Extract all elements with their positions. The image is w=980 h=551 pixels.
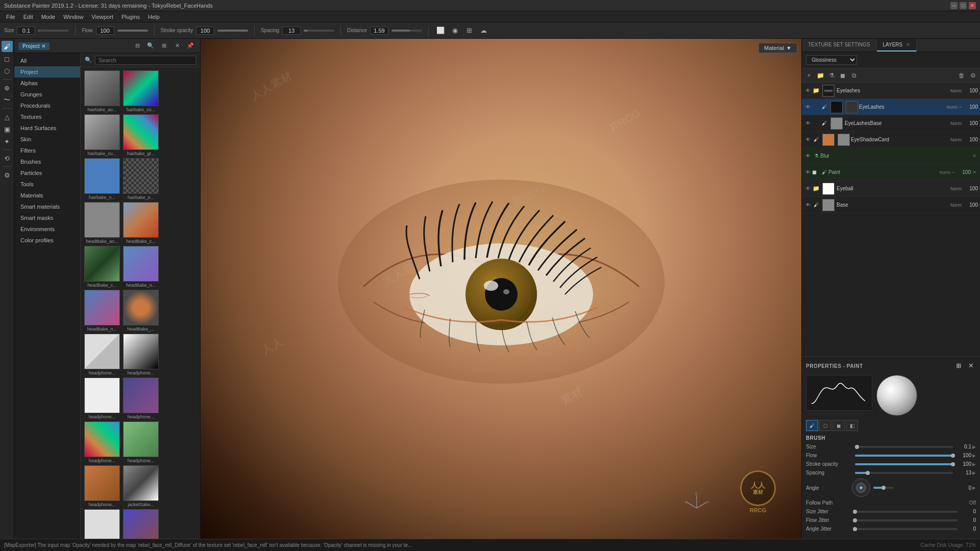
shelf-nav-all[interactable]: All	[14, 55, 80, 66]
material-selector[interactable]: Material ▼	[758, 43, 797, 53]
layer-eyelashes-folder[interactable]: 👁 📁 Eyelashes Norm 100	[802, 83, 980, 99]
list-item[interactable]: hairbake_n...	[122, 158, 159, 200]
clone-tool[interactable]: ⊕	[2, 82, 13, 93]
angle-slider[interactable]	[873, 487, 894, 489]
layer-visibility-toggle[interactable]: 👁	[804, 168, 812, 177]
distance-slider[interactable]	[391, 30, 422, 32]
list-item[interactable]: headphone...	[84, 378, 120, 419]
angle-control-area[interactable]	[852, 479, 956, 497]
menu-window[interactable]: Window	[59, 13, 87, 21]
shelf-nav-color-profiles[interactable]: Color profiles	[14, 235, 80, 246]
list-item[interactable]: headBake_n...	[84, 290, 120, 332]
brush-angle-arrow[interactable]: ▶	[972, 485, 976, 490]
list-item[interactable]: jacketSake...	[84, 509, 120, 539]
brush-spacing-slider[interactable]	[855, 472, 953, 474]
fill-tool[interactable]: ▣	[2, 123, 13, 135]
brush-angle-jitter-slider[interactable]	[855, 528, 958, 530]
list-item[interactable]: hairbake_co...	[122, 70, 159, 112]
layer-delete-button[interactable]: ✕	[971, 169, 978, 176]
menu-plugins[interactable]: Plugins	[117, 13, 144, 21]
list-item[interactable]: headphone...	[84, 334, 120, 375]
brush-size-arrow[interactable]: ▶	[972, 444, 976, 449]
brush-flow-jitter-slider[interactable]	[855, 519, 958, 521]
list-item[interactable]: jacketSake...	[122, 465, 159, 507]
brush-size-jitter-slider[interactable]	[855, 511, 958, 513]
shelf-nav-filters[interactable]: Filters	[14, 145, 80, 156]
add-paint-layer-button[interactable]: +	[804, 70, 814, 81]
follow-path-value[interactable]: Off	[969, 500, 976, 506]
shelf-nav-skin[interactable]: Skin	[14, 134, 80, 145]
geometry-tool[interactable]: △	[2, 111, 13, 122]
list-item[interactable]: hairbake_n...	[84, 158, 120, 200]
menu-file[interactable]: File	[2, 13, 19, 21]
properties-expand-button[interactable]: ⊞	[953, 361, 964, 371]
layer-visibility-toggle[interactable]: 👁	[804, 152, 812, 160]
minimize-button[interactable]: ─	[950, 2, 958, 9]
add-folder-button[interactable]: 📁	[815, 70, 825, 81]
brush-flow-slider[interactable]	[855, 455, 953, 457]
maximize-button[interactable]: □	[960, 2, 967, 9]
shelf-filter-button[interactable]: ⊟	[132, 40, 143, 52]
layer-paint-effect[interactable]: 👁 ◼ 🖌 Paint Norm ~ 100 ✕	[802, 164, 980, 181]
menu-edit[interactable]: Edit	[19, 13, 37, 21]
stroke-opacity-slider[interactable]	[217, 30, 248, 32]
shelf-nav-smart-materials[interactable]: Smart materials	[14, 201, 80, 212]
layer-eyeshadow-card[interactable]: 👁 🖌 EyeShadowCard Norm 100	[802, 132, 980, 148]
list-item[interactable]: hairbake_cu...	[84, 114, 120, 156]
menu-viewport[interactable]: Viewport	[87, 13, 117, 21]
view-3d-button[interactable]: ◉	[449, 25, 460, 36]
paint-tool[interactable]: 🖌	[2, 41, 13, 52]
shelf-nav-procedurals[interactable]: Procedurals	[14, 100, 80, 111]
add-filter-button[interactable]: ⚗	[826, 70, 837, 81]
layer-eyeball-folder[interactable]: 👁 📁 Eyeball Norm 100	[802, 181, 980, 197]
add-fill-layer-button[interactable]: ◼	[838, 70, 848, 81]
layer-settings-button[interactable]: ⚙	[968, 70, 978, 81]
list-item[interactable]: hairbake_gr...	[122, 114, 159, 156]
brush-stroke-opacity-arrow[interactable]: ▶	[972, 462, 976, 467]
color-picker[interactable]: ✦	[2, 136, 13, 147]
layer-blur-effect[interactable]: 👁 ⚗ Blur ✕	[802, 148, 980, 164]
view-2d-button[interactable]: ⬜	[435, 25, 446, 36]
layer-visibility-toggle[interactable]: 👁	[804, 103, 812, 111]
props-tab-effects[interactable]: ◧	[846, 420, 858, 431]
menu-mode[interactable]: Mode	[37, 13, 60, 21]
shelf-nav-textures[interactable]: Textures	[14, 111, 80, 122]
spacing-value[interactable]: 13	[282, 27, 301, 35]
search-input[interactable]	[95, 56, 196, 65]
shelf-close-button[interactable]: ✕	[172, 40, 183, 52]
layer-visibility-toggle[interactable]: 👁	[804, 201, 812, 209]
duplicate-layer-button[interactable]: ⧉	[849, 70, 859, 81]
layers-tab-close[interactable]: ✕	[906, 42, 910, 47]
properties-close-button[interactable]: ✕	[966, 361, 976, 371]
list-item[interactable]: headphone...	[84, 465, 120, 507]
list-item[interactable]: headphone...	[122, 421, 159, 463]
shelf-nav-hard-surfaces[interactable]: Hard Surfaces	[14, 122, 80, 134]
brush-spacing-arrow[interactable]: ▶	[972, 470, 976, 475]
list-item[interactable]: headBake_n...	[122, 246, 159, 288]
shelf-search-button[interactable]: 🔍	[145, 40, 156, 52]
shelf-nav-project[interactable]: Project	[14, 66, 80, 78]
distance-value[interactable]: 1.59	[370, 27, 388, 35]
list-item[interactable]: headphone...	[122, 378, 159, 419]
tab-texture-set-settings[interactable]: TEXTURE SET SETTINGS	[802, 39, 877, 52]
shelf-pin-button[interactable]: 📌	[185, 40, 196, 52]
bake-tool[interactable]: ⚙	[2, 169, 13, 181]
eraser-tool[interactable]: ◻	[2, 53, 13, 64]
projection-tool[interactable]: ⬡	[2, 65, 13, 77]
brush-stroke-opacity-slider[interactable]	[855, 463, 953, 465]
flow-value[interactable]: 100	[96, 27, 114, 35]
layer-visibility-toggle[interactable]: 👁	[804, 136, 812, 144]
brush-size-slider[interactable]	[855, 446, 953, 448]
window-controls[interactable]: ─ □ ✕	[950, 2, 976, 9]
list-item[interactable]: headphone...	[122, 334, 159, 375]
list-item[interactable]: jacketBake...	[122, 509, 159, 539]
layer-base[interactable]: 👁 🖌 Base Norm 100	[802, 197, 980, 213]
smear-tool[interactable]: 〜	[2, 94, 13, 106]
menu-help[interactable]: Help	[144, 13, 164, 21]
shelf-grid-button[interactable]: ⊞	[158, 40, 169, 52]
brush-curve-display[interactable]	[806, 375, 872, 411]
layer-visibility-toggle[interactable]: 👁	[804, 119, 812, 128]
viewport[interactable]: 人人素材 RRCG 人人 素材 RRCG 人人素材	[201, 39, 801, 539]
brush-flow-arrow[interactable]: ▶	[972, 453, 976, 458]
delete-layer-button[interactable]: 🗑	[957, 70, 967, 81]
